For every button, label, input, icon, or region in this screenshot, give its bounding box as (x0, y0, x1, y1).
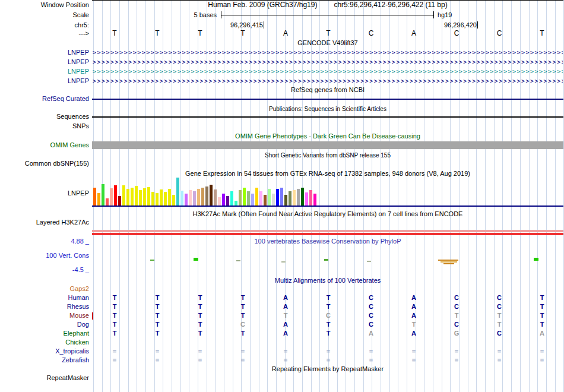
multiz-species-label[interactable]: Dog (0, 321, 89, 328)
alignment-base: = (221, 356, 264, 364)
alignment-base: T (221, 312, 264, 320)
alignment-base: = (521, 356, 563, 364)
alignment-base: T (93, 330, 136, 337)
alignment-base: T (179, 312, 221, 320)
alignment-base: C (435, 321, 478, 328)
alignment-base: A (392, 294, 435, 302)
multiz-species-label[interactable]: Elephant (0, 330, 89, 337)
alignment-base: T (264, 312, 307, 320)
alignment-base: C (350, 294, 392, 302)
multiz-species-label[interactable]: Rhesus (0, 303, 89, 311)
alignment-base: C (350, 303, 392, 311)
alignment-base: T (521, 303, 563, 311)
alignment-base: = (435, 347, 478, 355)
alignment-base: A (521, 330, 563, 337)
multiz-track[interactable]: HumanTTTTATCACCTRhesusTTTTATCACCTMouseTT… (0, 0, 564, 392)
alignment-base: A (264, 303, 307, 311)
alignment-base: A (264, 330, 307, 337)
alignment-base: = (392, 347, 435, 355)
alignment-base: T (435, 312, 478, 320)
alignment-base: = (93, 347, 136, 355)
alignment-base: = (392, 356, 435, 364)
alignment-base: = (478, 356, 521, 364)
alignment-base: = (264, 356, 307, 364)
alignment-base: T (136, 303, 179, 311)
alignment-base: T (93, 312, 136, 320)
alignment-base: = (179, 347, 221, 355)
alignment-base: T (136, 330, 179, 337)
alignment-base: A (392, 312, 435, 320)
alignment-base: C (478, 303, 521, 311)
alignment-base: = (221, 347, 264, 355)
alignment-base: T (392, 321, 435, 328)
alignment-base: T (179, 303, 221, 311)
alignment-base: = (478, 347, 521, 355)
alignment-base: = (264, 347, 307, 355)
alignment-base: T (179, 321, 221, 328)
multiz-species-label[interactable]: Human (0, 294, 89, 302)
alignment-base: T (307, 330, 350, 337)
alignment-base: T (221, 294, 264, 302)
alignment-base: A (264, 321, 307, 328)
multiz-species-label[interactable]: Zebrafish (0, 356, 89, 364)
alignment-base: = (521, 347, 563, 355)
multiz-species-label[interactable]: Mouse (0, 312, 89, 320)
alignment-base: T (307, 294, 350, 302)
alignment-base: C (350, 312, 392, 320)
alignment-base: T (179, 294, 221, 302)
alignment-base: = (136, 347, 179, 355)
alignment-base: = (350, 347, 392, 355)
alignment-base: T (521, 294, 563, 302)
repeatmasker-label[interactable]: RepeatMasker (0, 374, 89, 382)
genome-browser-image: Window Position Human Feb. 2009 (GRCh37/… (0, 0, 564, 392)
alignment-base: C (307, 312, 350, 320)
alignment-base: C (435, 294, 478, 302)
alignment-base: G (435, 330, 478, 337)
alignment-base: = (93, 356, 136, 364)
alignment-base: T (307, 321, 350, 328)
alignment-base: T (521, 321, 563, 328)
alignment-base: T (307, 303, 350, 311)
alignment-base: C (350, 321, 392, 328)
alignment-base: T (93, 321, 136, 328)
alignment-base: C (435, 303, 478, 311)
alignment-base: T (478, 312, 521, 320)
alignment-base: A (350, 330, 392, 337)
alignment-base: = (350, 356, 392, 364)
alignment-base: C (221, 321, 264, 328)
alignment-base: C (478, 330, 521, 337)
multiz-species-label[interactable]: X_tropicalis (0, 347, 89, 355)
alignment-base: T (521, 312, 563, 320)
alignment-base: A (264, 294, 307, 302)
alignment-base: A (392, 330, 435, 337)
alignment-base: = (307, 347, 350, 355)
alignment-base: T (136, 294, 179, 302)
multiz-species-label[interactable]: Chicken (0, 339, 89, 346)
alignment-base: T (93, 294, 136, 302)
alignment-base: T (221, 330, 264, 337)
repeatmasker-track-title[interactable]: Repeating Elements by RepeatMasker (92, 365, 563, 373)
alignment-base: C (478, 294, 521, 302)
alignment-base: = (435, 356, 478, 364)
alignment-base: T (221, 303, 264, 311)
alignment-base: = (307, 356, 350, 364)
alignment-base: T (478, 321, 521, 328)
alignment-base: A (392, 303, 435, 311)
alignment-base: T (179, 330, 221, 337)
alignment-base: = (136, 356, 179, 364)
alignment-base: T (93, 303, 136, 311)
alignment-base: T (136, 321, 179, 328)
alignment-base: T (136, 312, 179, 320)
alignment-base: = (179, 356, 221, 364)
